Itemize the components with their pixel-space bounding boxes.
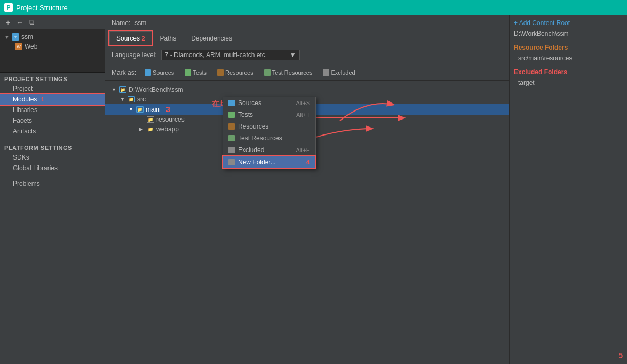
copy-button[interactable]: ⧉ [27,18,36,27]
excluded-folder-item: target [514,79,623,86]
ctx-excluded[interactable]: Excluded Alt+E [223,144,315,156]
platform-settings-title: Platform Settings [0,141,105,152]
content-root-path: D:\WorkBench\ssm [514,30,623,37]
tabs-bar: Sources 2 Paths Dependencies [105,31,509,45]
ctx-testres-icon [228,135,235,141]
mark-tests-button[interactable]: Tests [182,68,209,77]
ctx-sources-icon [228,100,235,106]
mark-as-label: Mark as: [112,69,136,76]
ctx-newfolder-icon [228,159,235,165]
sidebar-item-artifacts[interactable]: Artifacts [0,126,105,137]
ctx-tests-icon [228,112,235,118]
sidebar-item-facets[interactable]: Facets [0,115,105,126]
sidebar-item-sdks[interactable]: SDKs [0,152,105,163]
sidebar-item-libraries[interactable]: Libraries [0,105,105,115]
ctx-resources[interactable]: Resources [223,121,315,132]
content-area: Name: ssm Sources 2 Paths Dependencies L… [105,15,627,364]
file-tree-root[interactable]: ▼ 📁 D:\WorkBench\ssm [105,85,509,94]
src-folder-icon: 📁 [128,96,135,102]
ctx-new-folder[interactable]: New Folder... 4 [223,156,315,168]
sidebar-item-global-libraries[interactable]: Global Libraries [0,163,105,173]
test-resources-color-icon [264,69,271,76]
main-folder-icon: 📁 [136,106,144,113]
divider-1 [0,139,105,139]
app-icon: P [4,3,13,12]
name-row: Name: ssm [105,15,509,31]
ctx-excluded-icon [228,147,235,153]
resource-folders-title: Resource Folders [514,44,623,51]
step5-label: 5 [618,351,623,360]
ctx-sources[interactable]: Sources Alt+S [223,97,315,109]
right-panel: + Add Content Root D:\WorkBench\ssm Reso… [510,15,627,364]
back-button[interactable]: ← [15,18,25,27]
module-icon: m [12,33,19,41]
dropdown-arrow-icon: ▼ [290,51,296,59]
mark-as-row: Mark as: Sources Tests Resources Test Re… [105,65,509,81]
file-tree-area: ▼ 📁 D:\WorkBench\ssm ▼ 📁 src ▼ 📁 main 3 [105,81,509,364]
tab-sources[interactable]: Sources 2 [109,31,152,45]
tests-color-icon [185,69,191,76]
sidebar: + ← ⧉ ▼ m ssm W Web Project Settings Pro… [0,15,105,364]
main-panel: Name: ssm Sources 2 Paths Dependencies L… [105,15,510,364]
tree-item-web[interactable]: W Web [0,42,105,51]
folder-icon: 📁 [119,86,126,93]
mark-sources-button[interactable]: Sources [142,68,176,77]
name-value: ssm [134,19,146,27]
resource-folder-item: src\main\resources [514,54,623,62]
language-level-select[interactable]: 7 - Diamonds, ARM, multi-catch etc. ▼ [161,50,300,60]
mark-test-resources-button[interactable]: Test Resources [262,68,315,77]
resources-color-icon [217,69,224,76]
mark-resources-button[interactable]: Resources [215,68,256,77]
resources-folder-icon: 📁 [147,116,154,123]
excluded-folders-title: Excluded Folders [514,68,623,76]
sidebar-toolbar: + ← ⧉ [0,15,105,30]
web-icon: W [15,43,22,50]
ctx-tests[interactable]: Tests Alt+T [223,109,315,121]
title-bar-text: Project Structure [16,4,68,12]
ctx-resources-icon [228,123,235,130]
tree-item-ssm[interactable]: ▼ m ssm [0,32,105,42]
language-level-label: Language level: [112,51,157,59]
ctx-test-resources[interactable]: Test Resources [223,132,315,144]
sidebar-item-modules[interactable]: Modules 1 [0,94,105,105]
tab-dependencies[interactable]: Dependencies [184,31,239,45]
sidebar-item-project[interactable]: Project [0,83,105,94]
sidebar-item-problems[interactable]: Problems [0,178,105,189]
title-bar: P Project Structure [0,0,627,15]
language-level-row: Language level: 7 - Diamonds, ARM, multi… [105,45,509,65]
add-content-root-button[interactable]: + Add Content Root [514,19,623,27]
excluded-color-icon [323,69,329,76]
sources-color-icon [145,69,151,76]
project-settings-title: Project Settings [0,73,105,83]
main-container: + ← ⧉ ▼ m ssm W Web Project Settings Pro… [0,15,627,364]
webapp-folder-icon: 📁 [147,126,154,132]
module-tree: ▼ m ssm W Web [0,30,105,73]
tab-paths[interactable]: Paths [153,31,184,45]
add-button[interactable]: + [3,18,13,27]
mark-excluded-button[interactable]: Excluded [321,68,357,77]
divider-2 [0,176,105,176]
name-label: Name: [112,19,130,27]
context-menu: Sources Alt+S Tests Alt+T [223,97,316,169]
